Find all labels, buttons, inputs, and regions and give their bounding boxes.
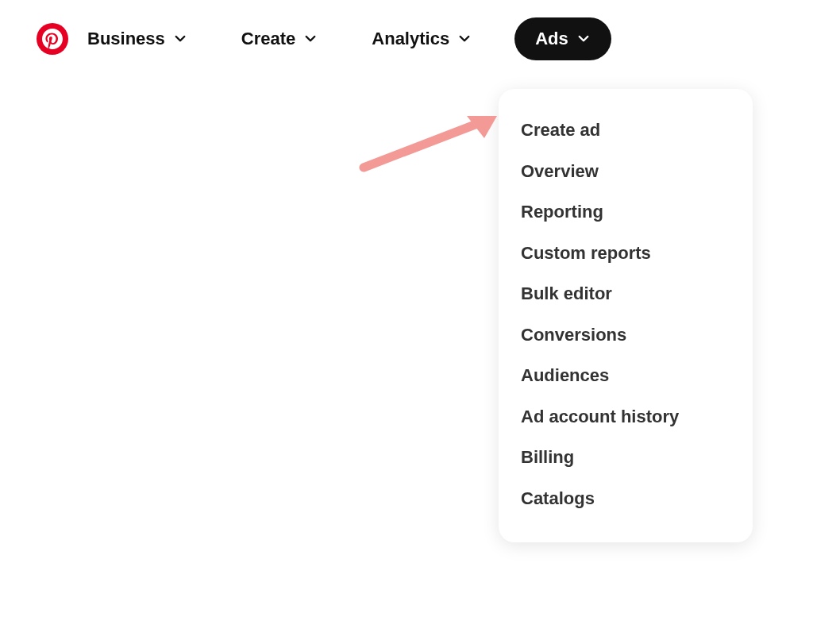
chevron-down-icon bbox=[173, 32, 187, 46]
ads-menu-create-ad[interactable]: Create ad bbox=[521, 110, 730, 151]
menu-label: Bulk editor bbox=[521, 283, 612, 303]
ads-menu-billing[interactable]: Billing bbox=[521, 437, 730, 478]
menu-label: Audiences bbox=[521, 365, 609, 385]
nav-item-ads[interactable]: Ads bbox=[514, 17, 611, 60]
ads-menu-custom-reports[interactable]: Custom reports bbox=[521, 233, 730, 274]
menu-label: Catalogs bbox=[521, 488, 595, 508]
top-nav: Business Create Analytics Ads bbox=[0, 0, 813, 78]
menu-label: Billing bbox=[521, 447, 574, 467]
nav-label: Create bbox=[241, 30, 295, 48]
svg-marker-1 bbox=[467, 116, 497, 138]
nav-label: Ads bbox=[535, 30, 568, 48]
chevron-down-icon bbox=[457, 32, 472, 46]
ads-menu-overview[interactable]: Overview bbox=[521, 151, 730, 192]
ads-menu-catalogs[interactable]: Catalogs bbox=[521, 478, 730, 519]
nav-item-business[interactable]: Business bbox=[79, 22, 198, 56]
chevron-down-icon bbox=[303, 32, 318, 46]
menu-label: Overview bbox=[521, 161, 599, 181]
ads-menu-conversions[interactable]: Conversions bbox=[521, 314, 730, 356]
menu-label: Reporting bbox=[521, 202, 603, 222]
svg-line-0 bbox=[364, 122, 481, 168]
nav-item-create[interactable]: Create bbox=[230, 22, 329, 56]
nav-item-analytics[interactable]: Analytics bbox=[360, 22, 483, 56]
menu-label: Custom reports bbox=[521, 243, 651, 263]
ads-menu-audiences[interactable]: Audiences bbox=[521, 355, 730, 396]
annotation-arrow-icon bbox=[356, 108, 507, 179]
menu-label: Create ad bbox=[521, 120, 600, 140]
pinterest-logo-icon[interactable] bbox=[37, 23, 68, 55]
ads-menu-reporting[interactable]: Reporting bbox=[521, 191, 730, 233]
nav-label: Analytics bbox=[372, 30, 449, 48]
ads-menu-bulk-editor[interactable]: Bulk editor bbox=[521, 273, 730, 314]
chevron-down-icon bbox=[576, 32, 591, 46]
nav-label: Business bbox=[87, 30, 165, 48]
ads-dropdown: Create ad Overview Reporting Custom repo… bbox=[499, 89, 753, 542]
menu-label: Conversions bbox=[521, 325, 626, 345]
menu-label: Ad account history bbox=[521, 407, 679, 426]
ads-menu-ad-account-history[interactable]: Ad account history bbox=[521, 396, 730, 438]
